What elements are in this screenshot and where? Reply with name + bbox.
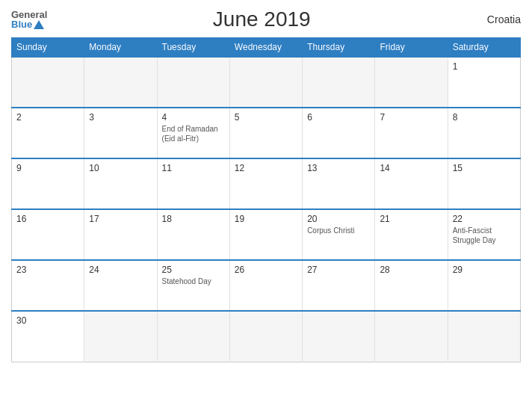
calendar-header-cell: Wednesday — [229, 38, 302, 58]
day-number: 2 — [16, 112, 79, 123]
calendar-cell — [229, 57, 302, 108]
day-number: 19 — [235, 214, 297, 224]
calendar-row: 30 — [12, 311, 521, 362]
day-number: 4 — [162, 112, 225, 123]
day-number: 16 — [16, 214, 79, 224]
calendar-cell: 1 — [448, 57, 520, 108]
calendar-cell: 16 — [12, 209, 84, 260]
calendar-cell: 15 — [448, 158, 520, 209]
calendar-cell: 10 — [84, 158, 157, 209]
calendar-cell — [229, 311, 302, 362]
calendar-cell — [84, 57, 157, 108]
day-number: 11 — [162, 163, 225, 173]
calendar-cell: 12 — [229, 158, 302, 209]
calendar-cell: 24 — [84, 260, 157, 311]
day-number: 1 — [453, 61, 516, 72]
calendar-cell: 8 — [448, 108, 520, 158]
calendar-cell: 2 — [12, 108, 84, 158]
calendar-cell: 29 — [448, 260, 520, 311]
day-number: 20 — [307, 214, 370, 224]
calendar-cell: 19 — [229, 209, 302, 260]
day-number: 6 — [307, 112, 370, 123]
calendar-header-cell: Thursday — [303, 38, 375, 58]
calendar-cell: 5 — [229, 108, 302, 158]
day-number: 15 — [453, 163, 516, 173]
day-number: 9 — [16, 163, 79, 173]
calendar-cell — [448, 311, 520, 362]
day-number: 22 — [453, 214, 516, 224]
page: General Blue June 2019 Croatia SundayMon… — [0, 0, 532, 411]
calendar-cell — [303, 57, 375, 108]
country-label: Croatia — [476, 13, 521, 25]
calendar-cell: 11 — [157, 158, 229, 209]
calendar-cell: 23 — [12, 260, 84, 311]
calendar-cell: 7 — [375, 108, 448, 158]
day-number: 26 — [235, 265, 297, 275]
calendar-cell: 26 — [229, 260, 302, 311]
calendar-cell — [84, 311, 157, 362]
calendar-cell: 17 — [84, 209, 157, 260]
day-number: 23 — [16, 265, 79, 275]
calendar-cell — [375, 311, 448, 362]
day-number: 27 — [307, 265, 370, 275]
day-number: 7 — [380, 112, 442, 123]
logo: General Blue — [11, 10, 47, 29]
calendar-row: 1617181920Corpus Christi2122Anti-Fascist… — [12, 209, 521, 260]
calendar-header-row: SundayMondayTuesdayWednesdayThursdayFrid… — [12, 38, 521, 58]
day-number: 29 — [453, 265, 516, 275]
calendar-row: 234End of Ramadan (Eid al-Fitr)5678 — [12, 108, 521, 158]
calendar-cell: 30 — [12, 311, 84, 362]
calendar-title: June 2019 — [47, 7, 476, 31]
calendar-header-cell: Tuesday — [157, 38, 229, 58]
calendar-cell: 21 — [375, 209, 448, 260]
calendar-cell: 9 — [12, 158, 84, 209]
calendar-header-cell: Monday — [84, 38, 157, 58]
calendar-cell: 27 — [303, 260, 375, 311]
logo-triangle-icon — [34, 20, 44, 29]
day-number: 14 — [380, 163, 442, 173]
calendar-cell: 18 — [157, 209, 229, 260]
calendar-cell: 28 — [375, 260, 448, 311]
calendar-row: 1 — [12, 57, 521, 108]
calendar-cell — [303, 311, 375, 362]
day-number: 18 — [162, 214, 225, 224]
calendar-cell — [157, 57, 229, 108]
day-number: 28 — [380, 265, 442, 275]
day-number: 8 — [453, 112, 516, 123]
day-event: End of Ramadan (Eid al-Fitr) — [162, 124, 225, 143]
day-number: 17 — [89, 214, 152, 224]
calendar-cell: 4End of Ramadan (Eid al-Fitr) — [157, 108, 229, 158]
calendar-cell: 20Corpus Christi — [303, 209, 375, 260]
calendar-cell: 22Anti-Fascist Struggle Day — [448, 209, 520, 260]
day-number: 3 — [89, 112, 152, 123]
calendar-header-cell: Saturday — [448, 38, 520, 58]
day-number: 12 — [235, 163, 297, 173]
calendar-cell: 14 — [375, 158, 448, 209]
calendar-cell — [157, 311, 229, 362]
calendar-row: 232425Statehood Day26272829 — [12, 260, 521, 311]
header: General Blue June 2019 Croatia — [11, 7, 521, 31]
day-number: 10 — [89, 163, 152, 173]
day-number: 30 — [16, 315, 79, 326]
day-number: 21 — [380, 214, 442, 224]
day-event: Corpus Christi — [307, 226, 370, 235]
day-number: 13 — [307, 163, 370, 173]
calendar-row: 9101112131415 — [12, 158, 521, 209]
calendar-table: SundayMondayTuesdayWednesdayThursdayFrid… — [11, 37, 521, 362]
calendar-header-cell: Friday — [375, 38, 448, 58]
calendar-cell: 13 — [303, 158, 375, 209]
day-event: Statehood Day — [162, 276, 225, 286]
calendar-cell: 3 — [84, 108, 157, 158]
day-event: Anti-Fascist Struggle Day — [453, 226, 516, 245]
calendar-header-cell: Sunday — [12, 38, 84, 58]
logo-blue-text: Blue — [11, 19, 32, 29]
calendar-cell: 25Statehood Day — [157, 260, 229, 311]
day-number: 5 — [235, 112, 297, 123]
calendar-cell — [12, 57, 84, 108]
day-number: 24 — [89, 265, 152, 275]
day-number: 25 — [162, 265, 225, 275]
calendar-cell — [375, 57, 448, 108]
calendar-cell: 6 — [303, 108, 375, 158]
